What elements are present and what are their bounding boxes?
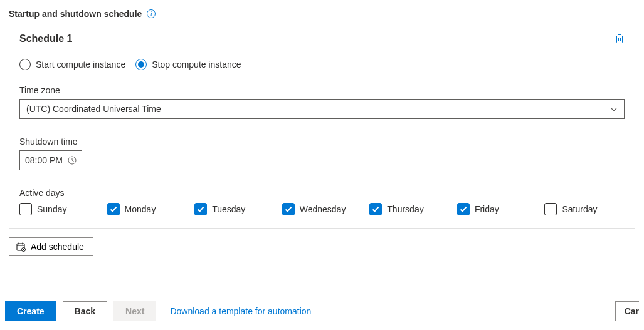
shutdown-time-input[interactable]: 08:00 PM [19, 150, 82, 170]
footer: Create Back Next Download a template for… [0, 301, 644, 321]
active-days-label: Active days [19, 188, 625, 198]
radio-circle-icon [19, 59, 31, 70]
radio-dot-icon [138, 61, 144, 68]
day-checkbox-friday[interactable]: Friday [457, 203, 537, 215]
day-checkbox-saturday[interactable]: Saturday [544, 203, 625, 215]
next-button: Next [113, 301, 156, 321]
shutdown-time-label: Shutdown time [19, 137, 625, 147]
schedule-card: Schedule 1 Start compute instance Stop c… [9, 24, 635, 229]
day-checkbox-wednesday[interactable]: Wednesday [282, 203, 362, 215]
cancel-button[interactable]: Car [615, 301, 639, 321]
add-schedule-label: Add schedule [31, 242, 84, 252]
timezone-label: Time zone [19, 85, 625, 95]
info-icon[interactable]: i [147, 9, 156, 18]
create-button[interactable]: Create [5, 301, 56, 321]
timezone-value: (UTC) Coordinated Universal Time [26, 104, 161, 114]
day-label: Friday [475, 204, 499, 214]
day-checkbox-thursday[interactable]: Thursday [369, 203, 450, 215]
day-label: Sunday [37, 204, 66, 214]
radio-label: Start compute instance [36, 59, 125, 70]
schedule-title: Schedule 1 [19, 33, 72, 44]
radio-label: Stop compute instance [152, 59, 241, 70]
day-label: Tuesday [212, 204, 245, 214]
checkbox-icon [369, 203, 382, 215]
calendar-add-icon [16, 242, 26, 252]
checkbox-icon [544, 203, 557, 215]
delete-icon[interactable] [615, 34, 625, 44]
radio-circle-icon [135, 59, 147, 70]
shutdown-time-value: 08:00 PM [25, 155, 63, 165]
day-checkbox-monday[interactable]: Monday [107, 203, 187, 215]
checkbox-icon [194, 203, 207, 215]
checkbox-icon [19, 203, 32, 215]
day-label: Saturday [562, 204, 597, 214]
timezone-select[interactable]: (UTC) Coordinated Universal Time [19, 99, 625, 119]
day-label: Monday [125, 204, 156, 214]
checkbox-icon [457, 203, 470, 215]
radio-stop-compute[interactable]: Stop compute instance [135, 59, 241, 70]
day-checkbox-tuesday[interactable]: Tuesday [194, 203, 275, 215]
day-label: Wednesday [300, 204, 346, 214]
back-button[interactable]: Back [63, 301, 107, 321]
page-title: Startup and shutdown schedule [9, 9, 142, 19]
clock-icon [68, 156, 77, 165]
chevron-down-icon [610, 105, 618, 113]
add-schedule-button[interactable]: Add schedule [9, 237, 93, 256]
radio-start-compute[interactable]: Start compute instance [19, 59, 125, 70]
day-checkbox-sunday[interactable]: Sunday [19, 203, 100, 215]
checkbox-icon [282, 203, 295, 215]
day-label: Thursday [387, 204, 423, 214]
download-template-link[interactable]: Download a template for automation [170, 306, 311, 316]
checkbox-icon [107, 203, 120, 215]
